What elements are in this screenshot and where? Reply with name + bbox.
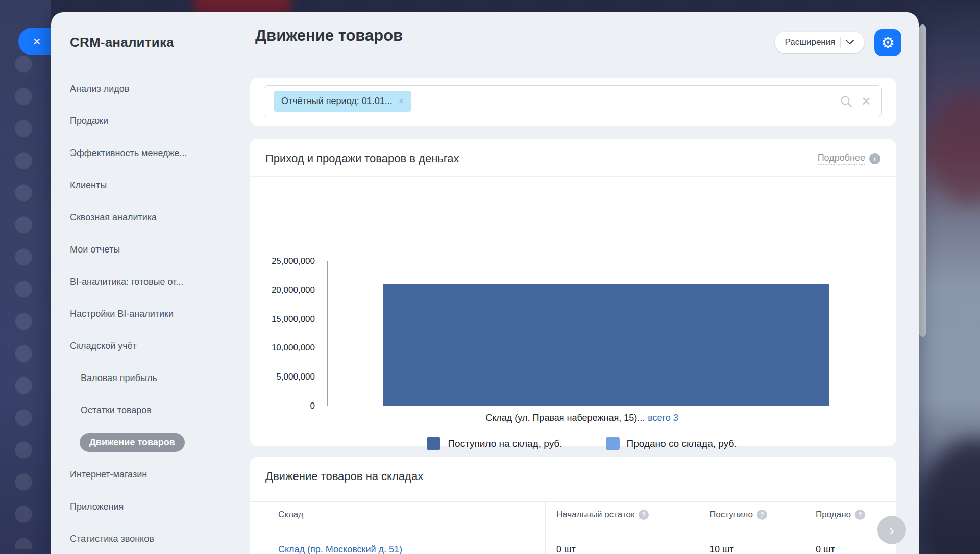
column-header-warehouse: Склад [278, 510, 303, 520]
background-icons [0, 49, 51, 549]
chart-plot-area [327, 261, 838, 406]
panel-scrollbar[interactable] [919, 24, 926, 337]
sidebar-item-label: Настройки BI-аналитики [70, 309, 174, 319]
legend-item-received[interactable]: Поступило на склад, руб. [427, 437, 562, 450]
background-app-strip [0, 0, 51, 554]
chip-remove-icon[interactable]: × [399, 96, 404, 107]
sidebar-item-label: Эффективность менедже... [70, 148, 187, 159]
active-item-pill: Движение товаров [80, 433, 185, 452]
next-page-button[interactable]: › [877, 516, 906, 544]
table-card-header: Движение товаров на складах [250, 457, 896, 483]
column-header-received: Поступило ? [709, 510, 767, 520]
sidebar-item-lead-analysis[interactable]: Анализ лидов [70, 73, 250, 105]
sidebar-item-sales[interactable]: Продажи [70, 105, 250, 137]
chevron-right-icon: › [889, 521, 894, 538]
settings-button[interactable]: ⚙ [874, 29, 901, 56]
page-header: Движение товаров Расширения ⚙ [250, 12, 919, 68]
column-divider [545, 501, 546, 554]
y-tick: 20,000,000 [250, 285, 315, 295]
sidebar-item-my-reports[interactable]: Мои отчеты [70, 234, 250, 266]
x-axis-label: Склад (ул. Правая набережная, 15)... [485, 413, 645, 423]
sidebar-item-label: Сквозная аналитика [70, 212, 157, 223]
close-icon: × [33, 34, 40, 49]
row-divider [250, 531, 896, 531]
column-header-initial-balance: Начальный остаток ? [556, 510, 649, 520]
sidebar-item-label: BI-аналитика: готовые от... [70, 276, 183, 287]
info-icon[interactable]: i [869, 153, 880, 164]
clear-filter-icon[interactable]: ✕ [861, 95, 871, 108]
filter-search-input[interactable]: Отчётный период: 01.01... × ✕ [264, 85, 882, 117]
bar-received-to-warehouse[interactable] [383, 284, 829, 406]
table-row-sold-cell: 0 шт [816, 544, 835, 554]
column-header-sold: Продано ? [816, 510, 865, 520]
sidebar-item-label: Валовая прибыль [81, 373, 157, 384]
filter-icons: ✕ [840, 86, 871, 117]
more-group: Подробнее i [818, 153, 880, 165]
filter-card: Отчётный период: 01.01... × ✕ [250, 78, 896, 126]
sidebar-item-label: Мои отчеты [70, 244, 120, 255]
y-tick: 5,000,000 [250, 372, 315, 382]
sidebar-title: CRM-аналитика [70, 35, 250, 51]
button-divider [840, 37, 841, 48]
extensions-label: Расширения [785, 37, 836, 47]
sidebar-item-label: Интернет-магазин [70, 469, 147, 480]
sidebar-item-clients[interactable]: Клиенты [70, 169, 250, 202]
sidebar-item-label: Остатки товаров [81, 405, 152, 416]
x-axis-caption: Склад (ул. Правая набережная, 15)...всег… [327, 413, 837, 423]
legend-label: Поступило на склад, руб. [448, 438, 562, 449]
sidebar-item-label: Клиенты [70, 180, 107, 191]
sidebar-item-end-to-end-analytics[interactable]: Сквозная аналитика [70, 202, 250, 234]
sidebar-item-stock-balance[interactable]: Остатки товаров [70, 394, 250, 426]
chart-card: Приход и продажи товаров в деньгах Подро… [250, 139, 896, 446]
help-icon[interactable]: ? [639, 510, 649, 520]
main-content: Движение товаров Расширения ⚙ Отчётный п… [250, 12, 919, 554]
crm-analytics-panel: CRM-аналитика Анализ лидов Продажи Эффек… [51, 12, 919, 554]
divider [250, 501, 896, 502]
legend-item-sold[interactable]: Продано со склада, руб. [606, 437, 737, 450]
sidebar-item-bi-analytics-reports[interactable]: BI-аналитика: готовые от... [70, 266, 250, 298]
extensions-button[interactable]: Расширения [775, 32, 864, 53]
bar-chart: 25,000,000 20,000,000 15,000,000 10,000,… [250, 177, 896, 416]
column-label: Склад [278, 510, 303, 520]
warehouse-link[interactable]: Склад (пр. Московский д. 51) [278, 544, 402, 554]
sidebar-item-goods-movement-active[interactable]: Движение товаров [70, 426, 250, 459]
sidebar-menu: Анализ лидов Продажи Эффективность менед… [70, 73, 250, 554]
page-title: Движение товаров [255, 27, 403, 45]
background-blur [929, 92, 980, 204]
search-icon[interactable] [840, 95, 853, 108]
chart-legend: Поступило на склад, руб. Продано со скла… [327, 437, 837, 450]
help-icon[interactable]: ? [855, 510, 865, 520]
y-tick: 15,000,000 [250, 314, 315, 324]
y-tick: 0 [250, 401, 315, 411]
gear-icon: ⚙ [881, 34, 895, 51]
y-tick: 25,000,000 [250, 256, 315, 266]
sidebar-item-label: Складской учёт [70, 341, 137, 351]
chart-title: Приход и продажи товаров в деньгах [265, 152, 459, 165]
sidebar-item-bi-analytics-settings[interactable]: Настройки BI-аналитики [70, 298, 250, 330]
sidebar-item-online-store[interactable]: Интернет-магазин [70, 459, 250, 491]
total-warehouses-link[interactable]: всего 3 [648, 413, 678, 423]
legend-label: Продано со склада, руб. [627, 438, 737, 449]
help-icon[interactable]: ? [757, 510, 767, 520]
sidebar-item-gross-profit[interactable]: Валовая прибыль [70, 362, 250, 394]
sidebar-item-call-statistics[interactable]: Статистика звонков [70, 523, 250, 554]
table-title: Движение товаров на складах [265, 470, 423, 483]
warehouse-table-card: Движение товаров на складах Склад Началь… [250, 457, 896, 554]
column-label: Поступило [709, 510, 753, 520]
details-link[interactable]: Подробнее [818, 153, 865, 165]
background-blur [919, 439, 980, 554]
sidebar-item-applications[interactable]: Приложения [70, 491, 250, 523]
sidebar-item-label: Продажи [70, 116, 108, 127]
chart-card-header: Приход и продажи товаров в деньгах Подро… [250, 139, 896, 165]
filter-chip-report-period[interactable]: Отчётный период: 01.01... × [274, 91, 411, 112]
sidebar-item-label: Статистика звонков [70, 534, 154, 544]
sidebar-item-label: Приложения [70, 501, 124, 512]
sidebar-item-manager-efficiency[interactable]: Эффективность менедже... [70, 137, 250, 169]
sidebar-item-warehouse-accounting[interactable]: Складской учёт [70, 330, 250, 362]
legend-swatch-received [427, 437, 440, 450]
sidebar: CRM-аналитика Анализ лидов Продажи Эффек… [51, 12, 250, 554]
table-row-initial-cell: 0 шт [556, 544, 576, 554]
sidebar-item-label: Анализ лидов [70, 84, 129, 94]
column-label: Начальный остаток [556, 510, 634, 520]
column-label: Продано [816, 510, 851, 520]
